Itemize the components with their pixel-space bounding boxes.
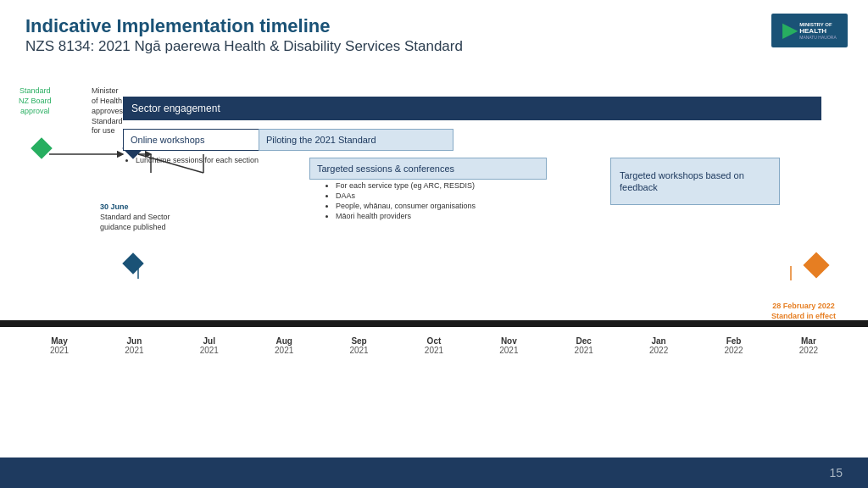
month-item: Aug2021: [250, 336, 318, 355]
online-workshops-label: Online workshops: [131, 135, 204, 145]
logo-line1: MINISTRY OF: [799, 22, 837, 27]
targeted-bullet-item: For each service type (eg ARC, RESDIS): [336, 181, 476, 190]
logo-line2: HEALTH: [799, 27, 837, 35]
targeted-bullet-item: DAAs: [336, 191, 476, 200]
feb-label: 28 February 2022 Standard in effect: [771, 302, 836, 321]
month-item: Jul2021: [175, 336, 243, 355]
targeted-bullet-item: Māori health providers: [336, 212, 476, 220]
green-diamond: [31, 138, 52, 159]
sector-engagement-label: Sector engagement: [131, 103, 220, 114]
june-diamond: [122, 253, 143, 274]
months-row: May2021Jun2021Jul2021Aug2021Sep2021Oct20…: [25, 336, 843, 355]
month-item: Jun2021: [100, 336, 168, 355]
bottom-bar: 15: [0, 458, 868, 488]
targeted-sessions-label: Targeted sessions & conferences: [317, 164, 454, 174]
targeted-bullet-item: People, whānau, consumer organisations: [336, 202, 476, 210]
targeted-sessions-box: Targeted sessions & conferences: [309, 158, 547, 180]
online-workshops-box: Online workshops: [123, 129, 275, 151]
month-item: Nov2021: [475, 336, 542, 355]
timeline-area: Standard NZ Board approval Minister of H…: [0, 63, 868, 385]
piloting-label: Piloting the 2021 Standard: [266, 135, 376, 145]
green-diamond-label: Standard NZ Board approval: [19, 86, 52, 116]
june-label: 30 June Standard and Sector guidance pub…: [100, 202, 170, 232]
targeted-workshops-label: Targeted workshops based on feedback: [620, 169, 771, 194]
month-item: Sep2021: [326, 336, 393, 355]
month-item: Oct2021: [400, 336, 468, 355]
targeted-workshops-box: Targeted workshops based on feedback: [610, 158, 780, 205]
timeline-axis: [0, 320, 868, 327]
piloting-box: Piloting the 2021 Standard: [259, 129, 453, 151]
header: Indicative Implementation timeline NZS 8…: [0, 0, 868, 63]
logo: ▶ MINISTRY OF HEALTH MANATU HAUORA: [771, 14, 848, 47]
slide-number: 15: [829, 466, 843, 480]
sub-title: NZS 8134: 2021 Ngā paerewa Health & Disa…: [25, 37, 843, 56]
main-title: Indicative Implementation timeline: [25, 15, 843, 37]
month-item: Jan2022: [625, 336, 693, 355]
logo-sub: MANATU HAUORA: [799, 35, 837, 40]
lunchtime-section: Lunchtime sessions for each section: [127, 156, 259, 164]
slide: Indicative Implementation timeline NZS 8…: [0, 0, 868, 488]
month-item: Feb2022: [700, 336, 768, 355]
month-item: May2021: [25, 336, 93, 355]
targeted-bullets-section: For each service type (eg ARC, RESDIS)DA…: [314, 181, 476, 222]
month-item: Dec2021: [550, 336, 618, 355]
sector-engagement-bar: Sector engagement: [123, 97, 821, 120]
lunchtime-bullet: Lunchtime sessions for each section: [136, 156, 259, 164]
feb-diamond: [803, 252, 829, 279]
month-item: Mar2022: [775, 336, 843, 355]
